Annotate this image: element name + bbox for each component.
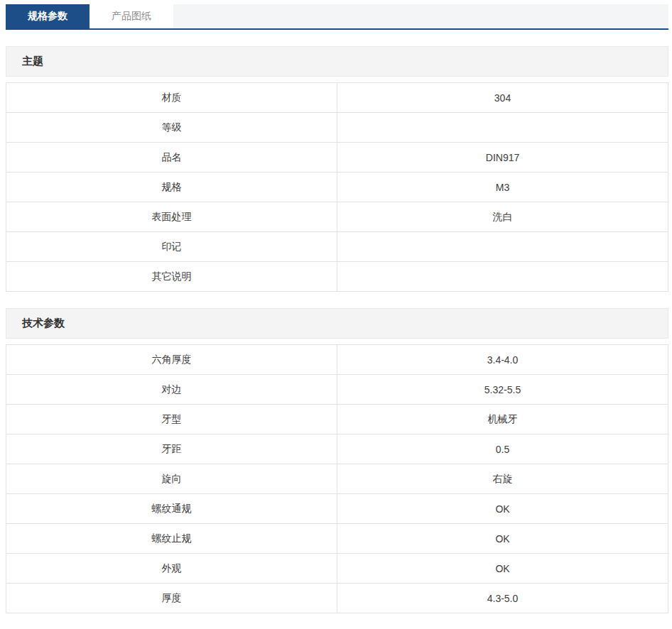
section-header-tech-params: 技术参数 (6, 308, 668, 339)
row-value: OK (337, 554, 668, 584)
section-header-subject: 主题 (6, 46, 668, 77)
row-label: 牙型 (6, 405, 337, 434)
tech-params-table: 六角厚度3.4-4.0对边5.32-5.5牙型机械牙牙距0.5旋向右旋螺纹通规O… (6, 344, 668, 613)
tab-product-drawing[interactable]: 产品图纸 (90, 4, 173, 28)
table-row: 对边5.32-5.5 (6, 375, 668, 405)
subject-table: 材质304等级品名DIN917规格M3表面处理洗白印记其它说明 (6, 82, 668, 292)
table-row: 印记 (6, 232, 668, 262)
row-value: 304 (337, 83, 668, 113)
row-label: 螺纹通规 (6, 494, 337, 524)
tab-spec-params[interactable]: 规格参数 (6, 4, 90, 28)
row-value: OK (337, 524, 668, 554)
row-label: 表面处理 (6, 202, 337, 232)
row-value: 洗白 (337, 202, 668, 232)
row-value (337, 232, 668, 262)
row-label: 旋向 (6, 464, 337, 494)
table-row: 牙型机械牙 (6, 405, 668, 434)
table-row: 表面处理洗白 (6, 202, 668, 232)
row-value (337, 262, 668, 292)
product-spec-page: 规格参数 产品图纸 主题 材质304等级品名DIN917规格M3表面处理洗白印记… (6, 4, 668, 613)
table-row: 螺纹止规OK (6, 524, 668, 554)
row-label: 六角厚度 (6, 345, 337, 375)
row-value: 0.5 (337, 434, 668, 464)
section-tech-params: 技术参数 六角厚度3.4-4.0对边5.32-5.5牙型机械牙牙距0.5旋向右旋… (6, 308, 668, 613)
row-label: 规格 (6, 173, 337, 202)
table-row: 外观OK (6, 554, 668, 584)
table-row: 六角厚度3.4-4.0 (6, 345, 668, 375)
table-row: 厚度4.3-5.0 (6, 584, 668, 613)
row-value: DIN917 (337, 143, 668, 173)
table-row: 等级 (6, 113, 668, 143)
row-label: 等级 (6, 113, 337, 143)
table-row: 旋向右旋 (6, 464, 668, 494)
row-label: 品名 (6, 143, 337, 173)
row-label: 印记 (6, 232, 337, 262)
row-value: 机械牙 (337, 405, 668, 434)
tab-bar: 规格参数 产品图纸 (6, 4, 668, 30)
table-row: 品名DIN917 (6, 143, 668, 173)
row-label: 厚度 (6, 584, 337, 613)
row-value: 3.4-4.0 (337, 345, 668, 375)
row-label: 对边 (6, 375, 337, 405)
row-value: 右旋 (337, 464, 668, 494)
section-subject: 主题 材质304等级品名DIN917规格M3表面处理洗白印记其它说明 (6, 46, 668, 292)
table-row: 牙距0.5 (6, 434, 668, 464)
row-value: OK (337, 494, 668, 524)
row-label: 材质 (6, 83, 337, 113)
row-label: 外观 (6, 554, 337, 584)
row-label: 牙距 (6, 434, 337, 464)
table-row: 螺纹通规OK (6, 494, 668, 524)
section-title: 主题 (22, 55, 43, 68)
row-value: 5.32-5.5 (337, 375, 668, 405)
row-value: 4.3-5.0 (337, 584, 668, 613)
section-title: 技术参数 (22, 317, 65, 330)
table-row: 材质304 (6, 83, 668, 113)
row-label: 螺纹止规 (6, 524, 337, 554)
table-row: 规格M3 (6, 173, 668, 202)
table-row: 其它说明 (6, 262, 668, 292)
row-label: 其它说明 (6, 262, 337, 292)
row-value: M3 (337, 173, 668, 202)
row-value (337, 113, 668, 143)
